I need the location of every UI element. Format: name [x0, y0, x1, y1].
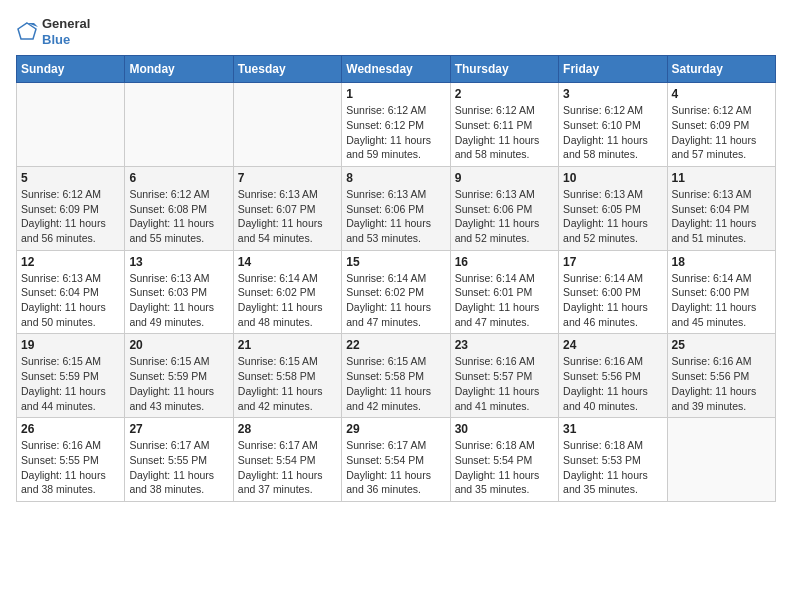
calendar-cell: [125, 83, 233, 167]
day-number: 14: [238, 255, 337, 269]
day-info: Sunrise: 6:12 AMSunset: 6:11 PMDaylight:…: [455, 103, 554, 162]
calendar-cell: 26Sunrise: 6:16 AMSunset: 5:55 PMDayligh…: [17, 418, 125, 502]
weekday-header-row: SundayMondayTuesdayWednesdayThursdayFrid…: [17, 56, 776, 83]
weekday-header-saturday: Saturday: [667, 56, 775, 83]
day-info: Sunrise: 6:15 AMSunset: 5:59 PMDaylight:…: [21, 354, 120, 413]
day-info: Sunrise: 6:13 AMSunset: 6:05 PMDaylight:…: [563, 187, 662, 246]
day-info: Sunrise: 6:12 AMSunset: 6:09 PMDaylight:…: [21, 187, 120, 246]
day-number: 10: [563, 171, 662, 185]
calendar-cell: 11Sunrise: 6:13 AMSunset: 6:04 PMDayligh…: [667, 166, 775, 250]
day-number: 19: [21, 338, 120, 352]
calendar-cell: 25Sunrise: 6:16 AMSunset: 5:56 PMDayligh…: [667, 334, 775, 418]
day-info: Sunrise: 6:12 AMSunset: 6:08 PMDaylight:…: [129, 187, 228, 246]
day-info: Sunrise: 6:18 AMSunset: 5:53 PMDaylight:…: [563, 438, 662, 497]
day-number: 11: [672, 171, 771, 185]
day-info: Sunrise: 6:12 AMSunset: 6:12 PMDaylight:…: [346, 103, 445, 162]
calendar-cell: 22Sunrise: 6:15 AMSunset: 5:58 PMDayligh…: [342, 334, 450, 418]
calendar-cell: [667, 418, 775, 502]
calendar-cell: 15Sunrise: 6:14 AMSunset: 6:02 PMDayligh…: [342, 250, 450, 334]
logo-flag-icon: [16, 21, 38, 43]
day-info: Sunrise: 6:14 AMSunset: 6:02 PMDaylight:…: [238, 271, 337, 330]
calendar-cell: [233, 83, 341, 167]
day-number: 4: [672, 87, 771, 101]
day-info: Sunrise: 6:16 AMSunset: 5:57 PMDaylight:…: [455, 354, 554, 413]
day-number: 16: [455, 255, 554, 269]
weekday-header-sunday: Sunday: [17, 56, 125, 83]
day-info: Sunrise: 6:14 AMSunset: 6:00 PMDaylight:…: [563, 271, 662, 330]
logo-blue-text: Blue: [42, 32, 90, 48]
calendar-cell: [17, 83, 125, 167]
day-info: Sunrise: 6:18 AMSunset: 5:54 PMDaylight:…: [455, 438, 554, 497]
day-number: 26: [21, 422, 120, 436]
day-info: Sunrise: 6:14 AMSunset: 6:01 PMDaylight:…: [455, 271, 554, 330]
page-header: General Blue: [16, 16, 776, 47]
day-number: 3: [563, 87, 662, 101]
calendar-cell: 13Sunrise: 6:13 AMSunset: 6:03 PMDayligh…: [125, 250, 233, 334]
day-number: 5: [21, 171, 120, 185]
day-info: Sunrise: 6:13 AMSunset: 6:06 PMDaylight:…: [455, 187, 554, 246]
day-info: Sunrise: 6:13 AMSunset: 6:03 PMDaylight:…: [129, 271, 228, 330]
calendar-cell: 14Sunrise: 6:14 AMSunset: 6:02 PMDayligh…: [233, 250, 341, 334]
calendar-week-4: 19Sunrise: 6:15 AMSunset: 5:59 PMDayligh…: [17, 334, 776, 418]
day-number: 17: [563, 255, 662, 269]
day-number: 23: [455, 338, 554, 352]
calendar-cell: 21Sunrise: 6:15 AMSunset: 5:58 PMDayligh…: [233, 334, 341, 418]
day-info: Sunrise: 6:17 AMSunset: 5:55 PMDaylight:…: [129, 438, 228, 497]
day-info: Sunrise: 6:14 AMSunset: 6:00 PMDaylight:…: [672, 271, 771, 330]
day-number: 30: [455, 422, 554, 436]
calendar-week-5: 26Sunrise: 6:16 AMSunset: 5:55 PMDayligh…: [17, 418, 776, 502]
day-info: Sunrise: 6:15 AMSunset: 5:58 PMDaylight:…: [346, 354, 445, 413]
calendar-cell: 27Sunrise: 6:17 AMSunset: 5:55 PMDayligh…: [125, 418, 233, 502]
day-number: 25: [672, 338, 771, 352]
calendar-cell: 1Sunrise: 6:12 AMSunset: 6:12 PMDaylight…: [342, 83, 450, 167]
day-info: Sunrise: 6:14 AMSunset: 6:02 PMDaylight:…: [346, 271, 445, 330]
calendar-cell: 30Sunrise: 6:18 AMSunset: 5:54 PMDayligh…: [450, 418, 558, 502]
day-number: 31: [563, 422, 662, 436]
day-number: 20: [129, 338, 228, 352]
weekday-header-monday: Monday: [125, 56, 233, 83]
calendar-cell: 4Sunrise: 6:12 AMSunset: 6:09 PMDaylight…: [667, 83, 775, 167]
calendar-week-1: 1Sunrise: 6:12 AMSunset: 6:12 PMDaylight…: [17, 83, 776, 167]
day-info: Sunrise: 6:16 AMSunset: 5:56 PMDaylight:…: [672, 354, 771, 413]
calendar-cell: 3Sunrise: 6:12 AMSunset: 6:10 PMDaylight…: [559, 83, 667, 167]
logo: General Blue: [16, 16, 90, 47]
weekday-header-wednesday: Wednesday: [342, 56, 450, 83]
calendar-cell: 7Sunrise: 6:13 AMSunset: 6:07 PMDaylight…: [233, 166, 341, 250]
day-number: 15: [346, 255, 445, 269]
calendar-cell: 5Sunrise: 6:12 AMSunset: 6:09 PMDaylight…: [17, 166, 125, 250]
day-number: 7: [238, 171, 337, 185]
day-number: 28: [238, 422, 337, 436]
day-number: 12: [21, 255, 120, 269]
calendar-cell: 31Sunrise: 6:18 AMSunset: 5:53 PMDayligh…: [559, 418, 667, 502]
calendar-table: SundayMondayTuesdayWednesdayThursdayFrid…: [16, 55, 776, 502]
logo-general-text: General: [42, 16, 90, 32]
calendar-cell: 8Sunrise: 6:13 AMSunset: 6:06 PMDaylight…: [342, 166, 450, 250]
calendar-cell: 10Sunrise: 6:13 AMSunset: 6:05 PMDayligh…: [559, 166, 667, 250]
day-number: 1: [346, 87, 445, 101]
svg-marker-0: [18, 23, 36, 39]
day-info: Sunrise: 6:15 AMSunset: 5:59 PMDaylight:…: [129, 354, 228, 413]
calendar-cell: 6Sunrise: 6:12 AMSunset: 6:08 PMDaylight…: [125, 166, 233, 250]
calendar-cell: 18Sunrise: 6:14 AMSunset: 6:00 PMDayligh…: [667, 250, 775, 334]
day-number: 22: [346, 338, 445, 352]
calendar-cell: 16Sunrise: 6:14 AMSunset: 6:01 PMDayligh…: [450, 250, 558, 334]
day-info: Sunrise: 6:13 AMSunset: 6:04 PMDaylight:…: [672, 187, 771, 246]
calendar-cell: 12Sunrise: 6:13 AMSunset: 6:04 PMDayligh…: [17, 250, 125, 334]
calendar-cell: 19Sunrise: 6:15 AMSunset: 5:59 PMDayligh…: [17, 334, 125, 418]
calendar-cell: 29Sunrise: 6:17 AMSunset: 5:54 PMDayligh…: [342, 418, 450, 502]
day-number: 18: [672, 255, 771, 269]
day-info: Sunrise: 6:16 AMSunset: 5:55 PMDaylight:…: [21, 438, 120, 497]
day-number: 6: [129, 171, 228, 185]
calendar-cell: 2Sunrise: 6:12 AMSunset: 6:11 PMDaylight…: [450, 83, 558, 167]
weekday-header-thursday: Thursday: [450, 56, 558, 83]
calendar-week-3: 12Sunrise: 6:13 AMSunset: 6:04 PMDayligh…: [17, 250, 776, 334]
day-number: 27: [129, 422, 228, 436]
calendar-cell: 17Sunrise: 6:14 AMSunset: 6:00 PMDayligh…: [559, 250, 667, 334]
day-number: 29: [346, 422, 445, 436]
day-info: Sunrise: 6:17 AMSunset: 5:54 PMDaylight:…: [238, 438, 337, 497]
calendar-cell: 9Sunrise: 6:13 AMSunset: 6:06 PMDaylight…: [450, 166, 558, 250]
day-info: Sunrise: 6:13 AMSunset: 6:07 PMDaylight:…: [238, 187, 337, 246]
day-number: 9: [455, 171, 554, 185]
day-number: 8: [346, 171, 445, 185]
day-number: 24: [563, 338, 662, 352]
